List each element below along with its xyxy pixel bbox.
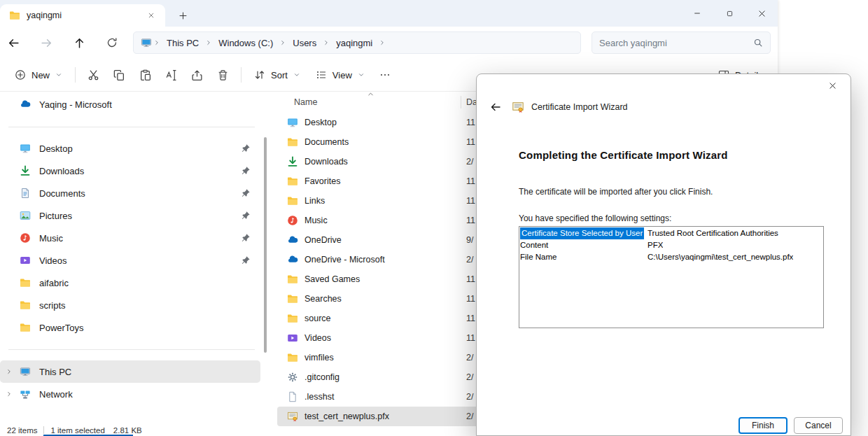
maximize-button[interactable] — [713, 0, 746, 27]
file-row-documents[interactable]: Documents 11 — [277, 132, 500, 152]
setting-value: PFX — [645, 239, 663, 251]
file-row-downloads[interactable]: Downloads 2/ — [277, 152, 500, 171]
cancel-button[interactable]: Cancel — [794, 417, 843, 434]
file-name: Saved Games — [304, 274, 360, 284]
new-button[interactable]: New — [7, 62, 70, 87]
sort-button[interactable]: Sort — [246, 62, 308, 87]
sidebar-scrollbar[interactable] — [264, 137, 267, 353]
file-date: 11 — [466, 274, 475, 284]
cut-button[interactable] — [80, 62, 106, 87]
settings-row-content[interactable]: Content PFX — [520, 239, 822, 251]
paste-button[interactable] — [132, 62, 158, 87]
folder-icon — [20, 300, 31, 311]
delete-button[interactable] — [210, 62, 236, 87]
sidebar-item-this-pc[interactable]: This PC — [0, 360, 260, 383]
breadcrumb-yaqingmi[interactable]: yaqingmi — [331, 36, 377, 50]
arrow-right-icon — [41, 37, 52, 49]
tab-yaqingmi[interactable]: yaqingmi — [0, 4, 165, 27]
window-controls — [681, 0, 778, 27]
file-row-favorites[interactable]: Favorites 11 — [277, 171, 500, 191]
file-row-onedrive[interactable]: OneDrive 9/ — [277, 230, 500, 250]
back-button[interactable] — [1, 31, 25, 55]
folder-icon — [9, 10, 20, 21]
file-name: .lesshst — [304, 392, 334, 402]
settings-row-store[interactable]: Certificate Store Selected by User Trust… — [520, 227, 822, 239]
sidebar-item-onedrive[interactable]: Yaqing - Microsoft — [0, 93, 260, 115]
file-row-vimfiles[interactable]: vimfiles 2/ — [277, 348, 500, 367]
settings-list[interactable]: Certificate Store Selected by User Trust… — [519, 226, 824, 328]
file-date: 11 — [466, 294, 475, 304]
file-row-searches[interactable]: Searches 11 — [277, 289, 500, 309]
tab-close-button[interactable] — [143, 7, 160, 24]
chevron-right-icon — [6, 368, 13, 375]
column-header-name[interactable]: Name — [294, 97, 317, 107]
search-box[interactable] — [592, 31, 771, 54]
chevron-right-icon — [205, 39, 212, 46]
sidebar-item-powertoys[interactable]: PowerToys — [0, 316, 260, 339]
paste-icon — [139, 69, 151, 81]
file-date: 2/ — [466, 255, 473, 265]
sidebar-item-scripts[interactable]: scripts — [0, 294, 260, 316]
minimize-icon — [693, 9, 701, 17]
rename-button[interactable] — [158, 62, 184, 87]
view-button[interactable]: View — [308, 62, 372, 87]
file-row-source[interactable]: source 11 — [277, 309, 500, 328]
sidebar-item-aifabric[interactable]: aifabric — [0, 272, 260, 294]
column-divider[interactable] — [461, 96, 461, 108]
document-icon — [20, 188, 31, 199]
file-row-gitconfig[interactable]: .gitconfig 2/ — [277, 367, 500, 387]
sidebar-item-downloads[interactable]: Downloads — [0, 160, 260, 182]
breadcrumb-windows-c[interactable]: Windows (C:) — [214, 36, 278, 50]
chevron-right-icon — [279, 39, 286, 46]
file-name: Documents — [304, 137, 349, 147]
sidebar-item-videos[interactable]: Videos — [0, 249, 260, 272]
file-name: OneDrive — [304, 235, 342, 245]
folder-icon — [287, 313, 298, 324]
refresh-button[interactable] — [100, 31, 124, 55]
sidebar-item-music[interactable]: Music — [0, 227, 260, 249]
file-row-saved-games[interactable]: Saved Games 11 — [277, 269, 500, 289]
more-button[interactable] — [372, 62, 398, 87]
share-button[interactable] — [184, 62, 210, 87]
search-input[interactable] — [599, 38, 748, 48]
chevron-right-icon — [379, 39, 386, 46]
file-row-music[interactable]: Music 11 — [277, 211, 500, 230]
file-row-onedrive-microsoft[interactable]: OneDrive - Microsoft 2/ — [277, 250, 500, 269]
finish-button[interactable]: Finish — [738, 417, 788, 434]
view-icon — [316, 69, 327, 80]
settings-row-file-name[interactable]: File Name C:\Users\yaqingmi\test_cert_ne… — [520, 251, 822, 263]
file-row-links[interactable]: Links 11 — [277, 191, 500, 211]
file-row-videos[interactable]: Videos 11 — [277, 328, 500, 348]
file-row-lesshst[interactable]: .lesshst 2/ — [277, 387, 500, 407]
close-button[interactable] — [746, 0, 778, 27]
file-name: .gitconfig — [304, 372, 340, 382]
close-icon — [757, 9, 766, 18]
file-row-desktop[interactable]: Desktop 11 — [277, 113, 500, 132]
file-date: 2/ — [466, 157, 473, 167]
address-bar[interactable]: This PC Windows (C:) Users yaqingmi — [133, 31, 581, 54]
sidebar-item-label: PowerToys — [39, 323, 84, 333]
setting-key-cell: File Name — [520, 251, 645, 263]
sidebar-item-desktop[interactable]: Desktop — [0, 137, 260, 160]
copy-button[interactable] — [106, 62, 132, 87]
breadcrumb-this-pc[interactable]: This PC — [162, 36, 204, 50]
sidebar-item-label: Documents — [39, 188, 85, 199]
status-divider — [43, 426, 44, 434]
sidebar-item-documents[interactable]: Documents — [0, 182, 260, 204]
pin-icon — [241, 233, 251, 243]
file-row-test-cert-newplus-pfx[interactable]: test_cert_newplus.pfx 2/ — [277, 407, 500, 426]
file-date: 11 — [466, 216, 475, 225]
sidebar-item-network[interactable]: Network — [0, 383, 260, 405]
dialog-close-button[interactable] — [817, 75, 848, 97]
new-tab-button[interactable] — [173, 6, 192, 24]
sidebar-item-label: scripts — [39, 300, 66, 311]
ellipsis-icon — [379, 69, 391, 80]
wizard-back-button[interactable] — [486, 98, 505, 116]
selected-count: 1 item selected — [50, 426, 104, 435]
up-button[interactable] — [67, 31, 91, 55]
sidebar-item-pictures[interactable]: Pictures — [0, 204, 260, 227]
minimize-button[interactable] — [681, 0, 713, 27]
forward-button[interactable] — [34, 31, 58, 55]
certificate-wizard-icon — [512, 101, 524, 113]
breadcrumb-users[interactable]: Users — [288, 36, 321, 50]
